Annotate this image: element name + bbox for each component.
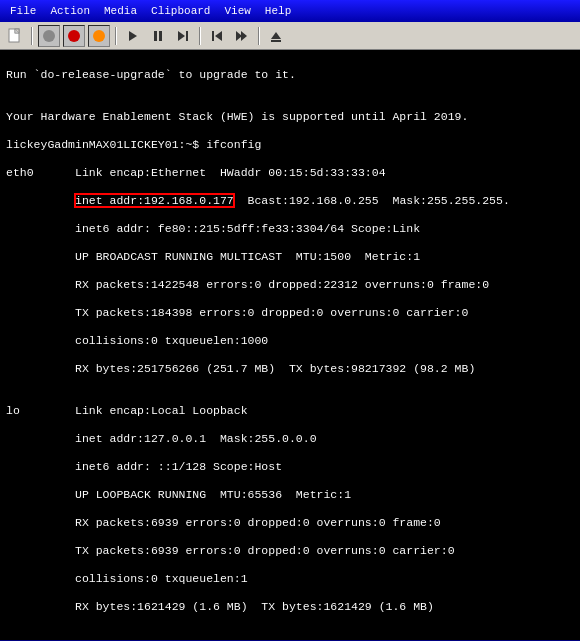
terminal-line-7: inet6 addr: fe80::215:5dff:fe33:3304/64 … (6, 222, 574, 236)
title-bar: File Action Media Clipboard View Help (0, 0, 580, 22)
new-button[interactable] (4, 25, 26, 47)
terminal-line-6: inet addr:192.168.0.177 Bcast:192.168.0.… (6, 194, 574, 208)
stop-button[interactable] (38, 25, 60, 47)
toolbar-separator-2 (115, 27, 117, 45)
terminal-line-1: Run `do-release-upgrade` to upgrade to i… (6, 68, 574, 82)
menu-bar[interactable]: File Action Media Clipboard View Help (4, 3, 297, 19)
menu-help[interactable]: Help (259, 3, 297, 19)
terminal-line-10: TX packets:184398 errors:0 dropped:0 ove… (6, 306, 574, 320)
terminal-line-14: lo Link encap:Local Loopback (6, 404, 574, 418)
terminal-line-9: RX packets:1422548 errors:0 dropped:2231… (6, 278, 574, 292)
terminal-line-17: UP LOOPBACK RUNNING MTU:65536 Metric:1 (6, 488, 574, 502)
menu-action[interactable]: Action (44, 3, 96, 19)
ff-button[interactable] (231, 25, 253, 47)
svg-rect-12 (212, 31, 214, 41)
svg-marker-11 (215, 31, 222, 41)
svg-point-5 (93, 30, 105, 42)
terminal-line-4: lickeyGadminMAX01LICKEY01:~$ ifconfig (6, 138, 574, 152)
stop-red-button[interactable] (63, 25, 85, 47)
svg-marker-15 (271, 32, 281, 39)
svg-point-3 (43, 30, 55, 42)
svg-rect-10 (186, 31, 188, 41)
svg-marker-14 (241, 31, 247, 41)
svg-rect-8 (159, 31, 162, 41)
stop-orange-button[interactable] (88, 25, 110, 47)
pause-button[interactable] (147, 25, 169, 47)
terminal-line-21: RX bytes:1621429 (1.6 MB) TX bytes:16214… (6, 600, 574, 614)
toolbar-separator-3 (199, 27, 201, 45)
svg-point-4 (68, 30, 80, 42)
toolbar-separator-1 (31, 27, 33, 45)
terminal-line-15: inet addr:127.0.0.1 Mask:255.0.0.0 (6, 432, 574, 446)
menu-view[interactable]: View (218, 3, 256, 19)
terminal-line-12: RX bytes:251756266 (251.7 MB) TX bytes:9… (6, 362, 574, 376)
svg-marker-6 (129, 31, 137, 41)
terminal-output: Run `do-release-upgrade` to upgrade to i… (0, 50, 580, 640)
inet-addr-highlight: inet addr:192.168.0.177 (75, 194, 234, 207)
toolbar-separator-4 (258, 27, 260, 45)
svg-rect-16 (271, 40, 281, 42)
terminal-line-5: eth0 Link encap:Ethernet HWaddr 00:15:5d… (6, 166, 574, 180)
play-button[interactable] (122, 25, 144, 47)
terminal-line-11: collisions:0 txqueuelen:1000 (6, 334, 574, 348)
skip-button[interactable] (172, 25, 194, 47)
toolbar (0, 22, 580, 50)
terminal-line-20: collisions:0 txqueuelen:1 (6, 572, 574, 586)
terminal-line-18: RX packets:6939 errors:0 dropped:0 overr… (6, 516, 574, 530)
rewind-button[interactable] (206, 25, 228, 47)
terminal-line-19: TX packets:6939 errors:0 dropped:0 overr… (6, 544, 574, 558)
menu-clipboard[interactable]: Clipboard (145, 3, 216, 19)
eject-button[interactable] (265, 25, 287, 47)
svg-marker-9 (178, 31, 185, 41)
menu-media[interactable]: Media (98, 3, 143, 19)
terminal-line-8: UP BROADCAST RUNNING MULTICAST MTU:1500 … (6, 250, 574, 264)
svg-rect-7 (154, 31, 157, 41)
terminal-line-16: inet6 addr: ::1/128 Scope:Host (6, 460, 574, 474)
terminal-line-3: Your Hardware Enablement Stack (HWE) is … (6, 110, 574, 124)
menu-file[interactable]: File (4, 3, 42, 19)
